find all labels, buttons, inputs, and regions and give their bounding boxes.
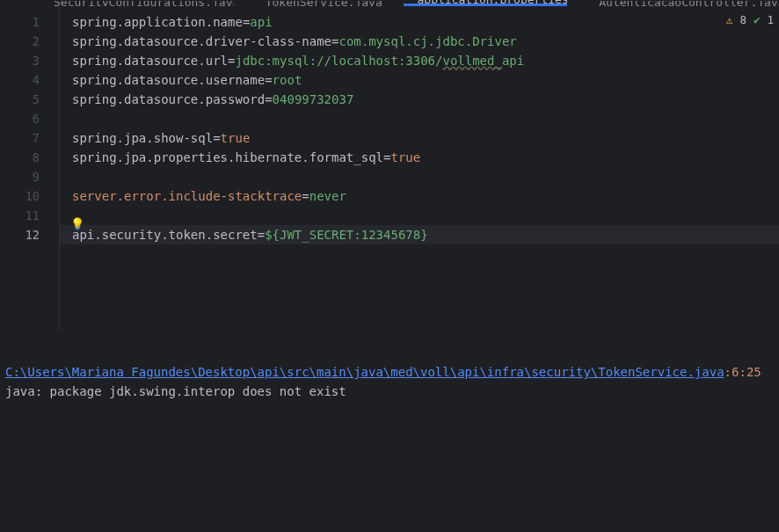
build-output-panel[interactable]: C:\Users\Mariana Fagundes\Desktop\api\sr…	[0, 330, 779, 522]
line-number: 11	[0, 206, 40, 225]
intention-bulb-icon[interactable]: 💡	[70, 217, 84, 230]
code-line: spring.datasource.username=root	[72, 70, 779, 90]
line-number: 1	[0, 12, 40, 32]
line-number: 10	[0, 186, 40, 206]
line-number: 3	[0, 51, 40, 70]
warning-icon: ⚠	[726, 13, 733, 26]
warning-count: 8	[739, 13, 746, 26]
code-line: spring.jpa.properties.hibernate.format_s…	[72, 148, 779, 167]
code-line: spring.datasource.driver-class-name=com.…	[72, 32, 779, 51]
code-line: spring.jpa.show-sql=true	[72, 128, 779, 148]
tab-label: application.properties	[418, 0, 568, 6]
code-line-current: api.security.token.secret=${JWT_SECRET:1…	[60, 225, 779, 244]
inspections-widget[interactable]: ⚠ 8 ✔ 1	[726, 13, 774, 26]
tab-security-configurations[interactable]: SecurityConfigurations.java	[40, 1, 234, 6]
line-number: 4	[0, 70, 40, 90]
tab-token-service[interactable]: TokenService.java	[251, 1, 386, 6]
code-line: spring.datasource.url=jdbc:mysql://local…	[72, 51, 779, 70]
code-line	[72, 167, 779, 186]
line-number: 5	[0, 90, 40, 109]
line-number: 9	[0, 167, 40, 186]
line-number: 2	[0, 32, 40, 51]
line-number: 12	[0, 225, 40, 244]
code-line	[72, 109, 779, 128]
error-message: java: package jdk.swing.interop does not…	[5, 382, 774, 401]
code-line: spring.application.name=api	[72, 12, 779, 32]
editor-tabs: SecurityConfigurations.java TokenService…	[0, 0, 779, 7]
line-col: :6:25	[724, 365, 761, 379]
code-line	[72, 206, 779, 225]
tab-application-properties[interactable]: application.properties	[404, 0, 568, 6]
line-number: 8	[0, 148, 40, 167]
ok-count: 1	[767, 13, 774, 26]
line-number: 7	[0, 128, 40, 148]
code-editor[interactable]: 💡 spring.application.name=api spring.dat…	[60, 7, 779, 330]
file-link[interactable]: C:\Users\Mariana Fagundes\Desktop\api\sr…	[5, 365, 724, 379]
code-line: server.error.include-stacktrace=never	[72, 186, 779, 206]
error-location[interactable]: C:\Users\Mariana Fagundes\Desktop\api\sr…	[5, 362, 774, 382]
tab-label: AutenticacaoController.java	[599, 1, 779, 6]
tab-label: SecurityConfigurations.java	[54, 1, 234, 6]
ok-icon: ✔	[754, 13, 761, 26]
tab-label: TokenService.java	[266, 1, 382, 6]
tab-autenticacao-controller[interactable]: AutenticacaoController.java	[585, 1, 779, 6]
code-line: spring.datasource.password=04099732037	[72, 90, 779, 109]
line-gutter[interactable]: 1 2 3 4 5 6 7 8 9 10 11 12	[0, 7, 60, 330]
line-number: 6	[0, 109, 40, 128]
